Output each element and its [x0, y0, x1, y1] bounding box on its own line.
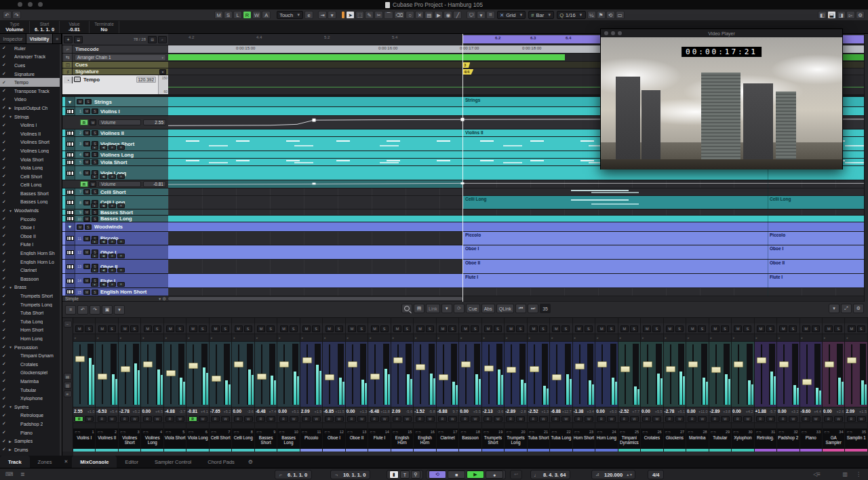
fader-handle[interactable]	[348, 361, 357, 367]
channel-read-button[interactable]: R	[506, 416, 515, 422]
visibility-item[interactable]: ✓Signature	[0, 70, 62, 79]
track-control-icon[interactable]: e	[108, 203, 116, 208]
fader-area[interactable]	[346, 341, 368, 407]
mute-button[interactable]: M	[83, 159, 90, 165]
routing-slot[interactable]	[732, 318, 753, 323]
clip[interactable]	[168, 196, 462, 209]
inserts-slot[interactable]: ▸	[300, 334, 322, 341]
fader-area[interactable]	[437, 341, 458, 407]
inserts-slot[interactable]: ▸	[709, 334, 731, 341]
inserts-slot[interactable]: ▸	[73, 334, 95, 341]
window-controls[interactable]	[18, 2, 48, 7]
channel-volume-value[interactable]: -1.38	[574, 409, 584, 414]
channel-volume-value[interactable]: 0.00	[823, 409, 832, 414]
fader-handle[interactable]	[234, 361, 243, 367]
channel-name[interactable]: Xylophon	[732, 435, 753, 449]
routing-slot[interactable]	[528, 318, 549, 323]
track-basses-long[interactable]: 10MSBasses Long	[62, 216, 168, 222]
mixer-channel-4[interactable]: MS▸0.00+4.5RW⊂⊃4Violines Long	[141, 318, 163, 452]
visibility-item[interactable]: ✓Tubular	[0, 386, 62, 395]
meter-bridge-icon[interactable]: ▥	[64, 382, 72, 388]
mixer-channel-27[interactable]: MS▸-2.78+5.1RW⊂⊃27Glockens	[664, 318, 686, 452]
channel-name[interactable]: Oboe I	[323, 435, 344, 449]
clip[interactable]	[168, 129, 462, 136]
channel-name[interactable]: Trumpets Long	[505, 435, 526, 449]
auto-scroll-icon[interactable]: ⇥	[318, 11, 327, 19]
clip[interactable]	[168, 216, 462, 222]
fader-handle[interactable]	[666, 366, 675, 372]
fader-handle[interactable]	[802, 379, 812, 385]
channel-mute-button[interactable]: M	[212, 325, 220, 332]
visibility-item[interactable]: ✓Xylophone	[0, 394, 62, 403]
channel-name[interactable]: Violines Short	[119, 435, 140, 449]
routing-slot[interactable]	[186, 318, 208, 323]
routing-slot[interactable]	[277, 318, 299, 323]
channel-pan-value[interactable]: +1.3	[541, 409, 549, 414]
info-field-terminate[interactable]: TerminateNo	[90, 21, 119, 33]
channel-mute-button[interactable]: M	[825, 325, 833, 332]
fader-area[interactable]	[119, 341, 140, 407]
visibility-item[interactable]: ✓Clarinet	[0, 266, 62, 275]
solo-button[interactable]: S	[92, 209, 98, 215]
channel-pan-value[interactable]: +11.8	[380, 409, 390, 414]
tab-mixconsole[interactable]: MixConsole	[72, 456, 117, 468]
channel-volume-value[interactable]: -9.60	[801, 409, 811, 414]
mixer-channel-29[interactable]: MS▸-2.89+3.8RW⊂⊃29Tubular	[709, 318, 731, 452]
clip[interactable]	[168, 137, 462, 151]
fader-area[interactable]	[277, 341, 299, 407]
fader-area[interactable]	[550, 341, 572, 407]
clip[interactable]	[462, 222, 868, 231]
channel-pan-value[interactable]: +5.5	[473, 409, 481, 414]
channel-name[interactable]: Horn Long	[595, 435, 617, 449]
folder-track-strings[interactable]: ▼MSStrings	[62, 97, 168, 107]
routing-slot[interactable]	[73, 318, 95, 323]
arranger-chain-select[interactable]: Arranger Chain 1▾	[75, 54, 166, 61]
mixer-channel-33[interactable]: MS▸-9.60+4.4RW⊂⊃33Piano	[800, 318, 822, 452]
channel-volume-value[interactable]: 0.00	[778, 409, 787, 414]
clip[interactable]: Oboe IOboe I	[462, 245, 868, 259]
inserts-slot[interactable]: ▸	[573, 334, 595, 341]
channel-name[interactable]: Padshop 2	[777, 435, 799, 449]
channel-volume-value[interactable]: -7.65	[210, 409, 220, 414]
routing-slot[interactable]	[164, 318, 186, 323]
channel-read-button[interactable]: R	[234, 416, 243, 422]
track-oboe-ii[interactable]: 13MSOboe II●◀e≡	[62, 260, 168, 274]
channel-solo-button[interactable]: S	[630, 325, 638, 332]
preroll-button[interactable]: ↩	[510, 470, 522, 479]
fader-handle[interactable]	[166, 370, 176, 376]
channel-visibility-icon[interactable]: ▤	[414, 304, 425, 313]
channel-name[interactable]: Piccolo	[300, 435, 322, 449]
track-control-icon[interactable]: ●	[91, 268, 98, 273]
visibility-item[interactable]: ✓Trumpets Long	[0, 300, 62, 309]
channel-read-button[interactable]: R	[460, 416, 469, 422]
channel-pan-value[interactable]: +5.2	[133, 409, 140, 414]
clip[interactable]: PiccoloPiccolo	[462, 232, 868, 245]
mixer-channel-31[interactable]: MS▸+1.88-5.7RW⊂⊃31Retrolog.	[755, 318, 776, 452]
fader-handle[interactable]	[688, 361, 698, 367]
close-zone-icon[interactable]: ✕	[60, 459, 72, 464]
channel-read-button[interactable]: R	[438, 416, 447, 422]
automation-curve-lane[interactable]	[168, 180, 868, 188]
mixer-channel-23[interactable]: MS▸-1.38+3.4RW⊂⊃23Horn Short	[573, 318, 595, 452]
clip[interactable]	[168, 288, 462, 296]
track-control-icon[interactable]: e	[108, 239, 116, 244]
track-control-icon[interactable]: ≡	[117, 268, 125, 273]
fader-handle[interactable]	[439, 374, 448, 380]
routing-slot[interactable]	[618, 318, 640, 323]
link-button[interactable]: Link	[426, 304, 440, 313]
mute-button[interactable]: M	[83, 108, 90, 114]
info-field-type[interactable]: TypeVolume	[0, 21, 30, 33]
automation-write-button[interactable]: W	[90, 181, 96, 187]
mixer-channel-25[interactable]: MS▸-2.52+7.7RW⊂⊃25Timpani Dynamics	[618, 318, 640, 452]
playhead-cursor[interactable]	[462, 34, 463, 302]
visibility-item[interactable]: ✓Timpani Dynam	[0, 351, 62, 360]
mixer-channel-24[interactable]: MS▸0.00+5.0RW⊂⊃24Horn Long	[595, 318, 617, 452]
transport-options-icon[interactable]: ⋮	[856, 471, 861, 477]
channel-mute-button[interactable]: M	[461, 325, 469, 332]
visibility-item[interactable]: ✓Violins I	[0, 121, 62, 129]
channel-pan-value[interactable]: -3.6	[247, 409, 253, 414]
channel-mute-button[interactable]: M	[416, 325, 425, 332]
channel-pan-value[interactable]: +5.5	[655, 409, 663, 414]
channel-name[interactable]: GA Sampler	[823, 435, 844, 449]
mixer-channel-14[interactable]: MS▸-6.48+11.8RW⊂⊃14Flute I	[368, 318, 390, 452]
